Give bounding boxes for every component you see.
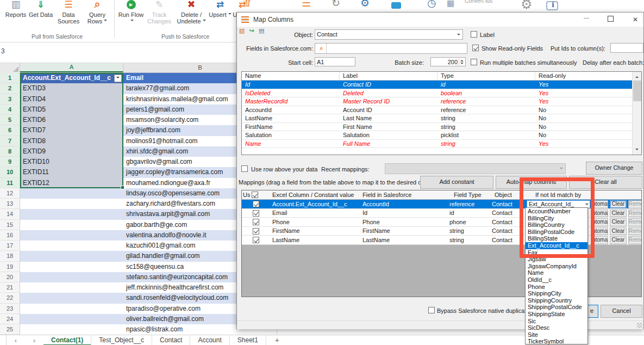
clear-button[interactable]: Clear (610, 236, 627, 244)
use-mapping-checkbox[interactable] (253, 237, 259, 243)
sheet-nav-next-icon[interactable]: › (25, 336, 43, 344)
cell-a16[interactable] (20, 230, 123, 241)
wrench-icon[interactable] (360, 0, 370, 9)
cell-a6[interactable]: EXTID7 (20, 125, 123, 135)
row-header[interactable]: 4 (0, 104, 20, 115)
show-readonly-checkbox[interactable] (472, 45, 479, 51)
use-mapping-checkbox[interactable] (253, 201, 259, 207)
row-header[interactable]: 21 (0, 282, 20, 293)
ribbon-button-run-flow[interactable]: Run Flow (118, 0, 144, 24)
bypass-duplicates-checkbox[interactable] (428, 307, 435, 313)
fields-table-scrollbar[interactable] (632, 72, 641, 155)
cell-a9[interactable]: EXTID10 (20, 157, 123, 167)
info-icon[interactable] (546, 1, 558, 10)
dropdown-option-ext-account-id-c[interactable]: Ext_Account_Id__c (526, 242, 587, 249)
cell-a10[interactable]: EXTID11 (20, 167, 123, 177)
field-row-salutation[interactable]: SalutationSalutationpicklistNo (242, 131, 641, 140)
cell-a25[interactable] (20, 324, 123, 335)
sheet-tab-account[interactable]: Account (190, 335, 229, 345)
automap-button[interactable]: Automa (593, 236, 608, 244)
dropdown-option-shippingcountry[interactable]: ShippingCountry (526, 297, 587, 304)
use-row-above-checkbox[interactable] (241, 165, 248, 172)
cell-a11[interactable]: EXTID12 (20, 178, 123, 188)
row-header[interactable]: 19 (0, 262, 20, 272)
clear-button[interactable]: Clear (610, 218, 627, 226)
cell-a7[interactable]: EXTID8 (20, 136, 123, 146)
row-header[interactable]: 12 (0, 188, 20, 199)
add-sheet-button[interactable]: + (266, 336, 288, 344)
minimize-icon[interactable] (578, 13, 595, 27)
cell-a18[interactable] (20, 251, 123, 261)
cell-a1[interactable]: Account.Ext_Account_Id__c (20, 73, 123, 83)
dropdown-option-sic[interactable]: Sic (526, 318, 587, 325)
cell-a14[interactable] (20, 209, 123, 219)
clear-button[interactable]: Clear (610, 210, 627, 218)
field-row-name[interactable]: NameFull NamestringYes (242, 140, 641, 149)
dropdown-option-phone[interactable]: Phone (526, 284, 587, 291)
cell-a12[interactable] (20, 188, 123, 199)
refresh-icon[interactable] (332, 0, 340, 9)
automap-button[interactable]: Automa (593, 210, 608, 218)
column-header-a[interactable]: A (20, 63, 123, 72)
sheet-tab-sheet1[interactable]: Sheet1 (230, 335, 266, 345)
dropdown-option-jigsaw[interactable]: Jigsaw (526, 256, 587, 263)
field-row-lastname[interactable]: LastNameLast NamestringNo (242, 114, 641, 123)
use-mapping-checkbox[interactable] (253, 210, 259, 217)
ribbon-button-track-changes[interactable]: Track Changes (144, 0, 174, 24)
row-header[interactable]: 8 (0, 146, 20, 157)
ribbon-button-delete-undelete[interactable]: Delete / Undelete (174, 0, 208, 24)
fill-handle[interactable] (121, 186, 124, 189)
gear-icon[interactable] (521, 0, 533, 12)
sheet-tab-test-object-c[interactable]: Test_Object__c (91, 335, 152, 345)
cell-a5[interactable]: EXTID6 (20, 115, 123, 125)
ribbon-button-data-sources[interactable]: Data Sources (53, 0, 84, 24)
dropdown-option-billingstate[interactable]: BillingState (526, 235, 587, 242)
row-header[interactable]: 20 (0, 272, 20, 282)
cell-a23[interactable] (20, 304, 123, 314)
put-ids-input[interactable] (610, 43, 643, 53)
cell-a17[interactable] (20, 241, 123, 251)
clear-all-button[interactable]: Clear all (569, 176, 642, 189)
cell-a3[interactable]: EXTID4 (20, 94, 123, 104)
row-header[interactable]: 5 (0, 115, 20, 125)
dropdown-option-shippingpostalcode[interactable]: ShippingPostalCode (526, 304, 587, 311)
row-header[interactable]: 16 (0, 230, 20, 241)
field-row-firstname[interactable]: FirstNameFirst NamestringNo (242, 123, 641, 132)
dropdown-option-fax[interactable]: Fax (526, 249, 587, 256)
field-row-masterrecordid[interactable]: MasterRecordIdMaster Record IDreferenceY… (242, 97, 641, 106)
field-row-id[interactable]: IdContact IDidYes (242, 81, 641, 89)
row-header[interactable]: 10 (0, 167, 20, 177)
object-combo[interactable]: Contact (315, 29, 463, 40)
select-all-mappings-checkbox[interactable] (252, 192, 258, 198)
cell-a2[interactable]: EXTID3 (20, 83, 123, 94)
batch-size-stepper[interactable] (459, 58, 465, 66)
dropdown-option-oldid-c[interactable]: OldId__c (526, 276, 587, 284)
ribbon-button-reports[interactable]: Reports (3, 0, 28, 18)
close-icon[interactable] (627, 13, 643, 27)
ribbon-button-get-data[interactable]: Get Data (28, 0, 53, 18)
row-header[interactable]: 17 (0, 241, 20, 251)
row-header[interactable]: 14 (0, 209, 20, 219)
auto-map-columns-button[interactable]: Auto-map columns (496, 176, 567, 189)
resize-grip[interactable] (637, 323, 642, 328)
dropdown-option-accountnumber[interactable]: AccountNumber (526, 208, 587, 215)
chat-icon[interactable] (391, 2, 401, 9)
row-header[interactable]: 13 (0, 199, 20, 209)
ribbon-button-query-rows[interactable]: Query Rows (84, 0, 111, 24)
schedule-icon[interactable] (427, 0, 436, 9)
dropdown-option-tickersymbol[interactable]: TickerSymbol (526, 338, 587, 345)
row-header[interactable]: 11 (0, 178, 20, 188)
automap-button[interactable]: Automa (593, 227, 608, 236)
maximize-icon[interactable] (602, 13, 618, 27)
owner-change-options-button[interactable]: Owner Change Options (586, 162, 642, 175)
cell-a22[interactable] (20, 293, 123, 303)
row-header[interactable]: 24 (0, 314, 20, 324)
cell-a20[interactable] (20, 272, 123, 282)
batch-size-input[interactable]: 200 (430, 57, 466, 66)
dropdown-option-shippingcity[interactable]: ShippingCity (526, 290, 587, 297)
start-cell-input[interactable]: A1 (315, 57, 355, 66)
cell-a19[interactable] (20, 262, 123, 272)
dropdown-option-shippingstate[interactable]: ShippingState (526, 311, 587, 318)
add-constant-button[interactable]: Add constant (420, 176, 493, 189)
dropdown-option-jigsawcompanyid[interactable]: JigsawCompanyId (526, 263, 587, 270)
